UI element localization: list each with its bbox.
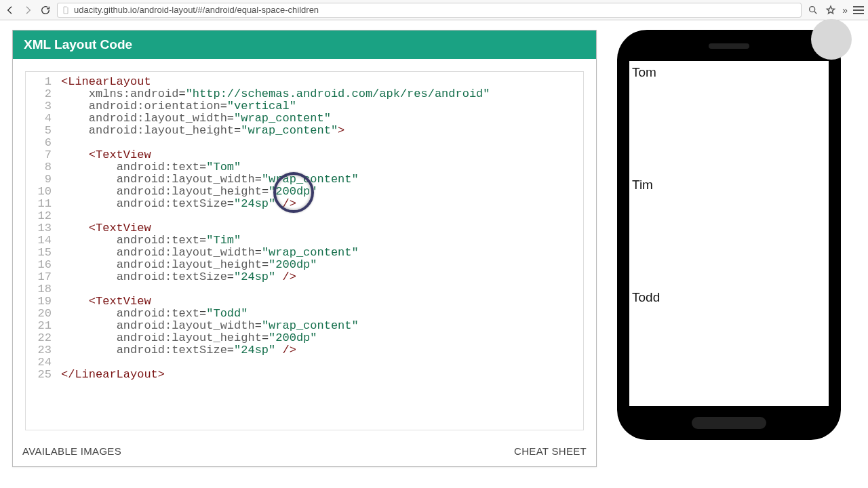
code-card: XML Layout Code 1 2 3 4 5 6 7 8 9 10 11 … xyxy=(12,30,597,467)
card-title: XML Layout Code xyxy=(13,30,596,59)
star-icon[interactable] xyxy=(825,4,837,16)
address-bar[interactable]: udacity.github.io/android-layout/#/andro… xyxy=(57,3,802,18)
phone-home-bar xyxy=(692,417,766,429)
footer-available-images[interactable]: AVAILABLE IMAGES xyxy=(22,445,121,457)
overflow-chevrons[interactable]: » xyxy=(842,5,848,16)
page-icon xyxy=(62,6,70,14)
url-text: udacity.github.io/android-layout/#/andro… xyxy=(74,5,319,15)
textview-tom: Tom xyxy=(632,65,656,80)
footer-cheat-sheet[interactable]: CHEAT SHEET xyxy=(514,445,587,457)
forward-icon[interactable] xyxy=(22,4,34,16)
textview-tim: Tim xyxy=(632,178,653,192)
code-editor[interactable]: 1 2 3 4 5 6 7 8 9 10 11 12 13 14 15 16 1… xyxy=(25,71,584,430)
search-icon[interactable] xyxy=(807,4,819,16)
phone-frame: Tom Tim Todd xyxy=(617,30,841,440)
browser-toolbar: udacity.github.io/android-layout/#/andro… xyxy=(0,0,868,20)
phone-screen: Tom Tim Todd xyxy=(629,61,829,406)
udacity-badge-icon xyxy=(811,19,852,60)
back-icon[interactable] xyxy=(4,4,16,16)
menu-icon[interactable] xyxy=(853,6,864,14)
card-footer: AVAILABLE IMAGES CHEAT SHEET xyxy=(13,443,596,466)
code-lines[interactable]: <LinearLayout xmlns:android="http://sche… xyxy=(58,72,583,430)
textview-todd: Todd xyxy=(632,290,660,305)
reload-icon[interactable] xyxy=(39,4,52,16)
line-gutter: 1 2 3 4 5 6 7 8 9 10 11 12 13 14 15 16 1… xyxy=(26,72,58,430)
svg-point-0 xyxy=(810,6,815,12)
phone-speaker xyxy=(709,43,749,49)
